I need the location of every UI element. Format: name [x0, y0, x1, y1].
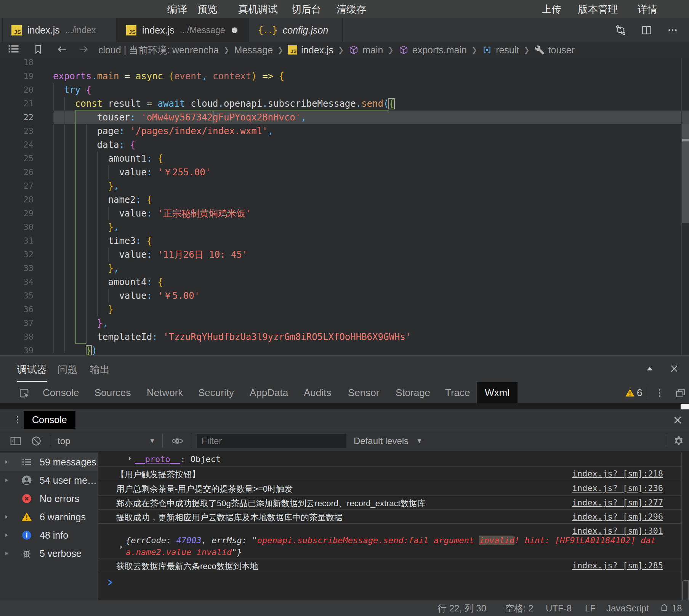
notification-count[interactable]: 18: [672, 600, 682, 616]
console-message-row[interactable]: index.js? [sm]:301{errCode: 47003, errMs…: [98, 524, 681, 558]
console-sidebar-toggle-icon[interactable]: [10, 435, 22, 448]
panel-collapse-icon[interactable]: [646, 364, 654, 374]
drawer-menu-icon[interactable]: [13, 414, 22, 427]
menu-item[interactable]: 真机调试: [238, 0, 278, 18]
expand-arrow-icon[interactable]: [0, 459, 13, 465]
panel-tab[interactable]: 输出: [90, 356, 110, 382]
expand-arrow-icon[interactable]: [0, 477, 13, 483]
cursor-position[interactable]: 行 22, 列 30: [437, 600, 486, 616]
line-number: 39: [0, 344, 34, 355]
drawer-close-icon[interactable]: [672, 415, 683, 427]
source-link[interactable]: index.js? [sm]:301: [572, 526, 663, 536]
menu-item[interactable]: 清缓存: [336, 0, 366, 18]
menu-item[interactable]: 版本管理: [578, 0, 618, 18]
code-editor[interactable]: 1819202122232425262728293031323334353637…: [0, 58, 689, 355]
breadcrumb-item[interactable]: main: [349, 45, 383, 56]
log-levels-select[interactable]: Default levels: [354, 430, 409, 452]
panel-tab[interactable]: 问题: [58, 356, 77, 382]
eye-icon[interactable]: [171, 436, 184, 448]
devtools-tab[interactable]: Sensor: [348, 382, 379, 403]
source-link[interactable]: index.js? [sm]:218: [572, 469, 663, 478]
expand-arrow-icon[interactable]: [0, 532, 13, 538]
devtools-tab[interactable]: Console: [43, 382, 79, 403]
editor-tab[interactable]: JSindex.js.../Message: [117, 18, 248, 42]
wxml-scroll-thumb[interactable]: [681, 404, 689, 409]
devtools-tab[interactable]: Network: [147, 382, 183, 403]
indentation[interactable]: 空格: 2: [505, 600, 534, 616]
menu-item[interactable]: 详情: [638, 0, 657, 18]
source-link[interactable]: index.js? [sm]:296: [572, 512, 663, 521]
bell-icon[interactable]: [659, 603, 669, 615]
editor-tab[interactable]: JSindex.js.../index: [2, 18, 116, 42]
levels-dropdown-arrow[interactable]: ▼: [416, 430, 423, 452]
devtools-tab[interactable]: Storage: [396, 382, 430, 403]
source-link[interactable]: index.js? [sm]:236: [572, 483, 663, 493]
source-link[interactable]: index.js? [sm]:277: [572, 498, 663, 507]
panel-close-icon[interactable]: [669, 364, 679, 375]
menu-item[interactable]: 切后台: [292, 0, 321, 18]
breadcrumb-item[interactable]: result: [482, 45, 519, 56]
menu-item[interactable]: 上传: [542, 0, 561, 18]
dock-side-icon[interactable]: [675, 387, 686, 400]
breadcrumb-item[interactable]: cloud | 当前环境: wenrencha: [98, 44, 219, 56]
compare-changes-icon[interactable]: [615, 24, 627, 36]
console-context-select[interactable]: top: [58, 430, 70, 452]
breadcrumb-item[interactable]: exports.main: [399, 45, 467, 56]
devtools-tab[interactable]: Wxml: [477, 382, 518, 403]
menu-item[interactable]: 预览: [197, 0, 217, 18]
warning-icon[interactable]: [625, 388, 635, 400]
devtools-tab[interactable]: AppData: [250, 382, 288, 403]
more-actions-icon[interactable]: [667, 24, 678, 36]
nav-back-icon[interactable]: [56, 43, 68, 56]
console-message-row[interactable]: 【用户触发提茶按钮】index.js? [sm]:218: [98, 467, 681, 481]
devtools-more-icon[interactable]: [654, 388, 665, 400]
console-scrollbar-thumb[interactable]: [682, 580, 689, 600]
eol[interactable]: LF: [585, 600, 596, 616]
expand-arrow-icon[interactable]: [0, 550, 13, 557]
console-sidebar-item[interactable]: 6 warnings: [0, 508, 98, 526]
breadcrumb-item[interactable]: touser: [535, 45, 575, 56]
devtools-tab[interactable]: Security: [198, 382, 234, 403]
console-message-row[interactable]: 用户总剩余茶量-用户提交的提茶数量>=0时触发index.js? [sm]:23…: [98, 481, 681, 496]
console-message-row[interactable]: 郑亦成在茶仓中成功提取了50g茶品已添加新数据到云record、record_e…: [98, 496, 681, 510]
console-sidebar-item[interactable]: 5 verbose: [0, 544, 98, 563]
context-dropdown-arrow[interactable]: ▼: [149, 430, 155, 452]
breadcrumb-item[interactable]: JSindex.js: [288, 45, 333, 56]
user-icon: [20, 475, 34, 486]
expand-arrow-icon[interactable]: [0, 514, 13, 520]
source-link[interactable]: index.js? [sm]:285: [572, 561, 663, 570]
console-message-row[interactable]: 提取成功，更新相应用户云数据库及本地数据库中的茶量数据index.js? [sm…: [98, 510, 681, 524]
console-filter-input[interactable]: Filter: [197, 434, 346, 448]
console-message-row[interactable]: 获取云数据库最新六条reco数据到本地index.js? [sm]:285: [98, 558, 681, 571]
console-message-row[interactable]: __proto__: Object: [98, 452, 681, 467]
dirty-indicator[interactable]: [232, 27, 237, 33]
console-sidebar-item[interactable]: 54 user me…: [0, 471, 98, 489]
breadcrumb-item[interactable]: Message: [234, 45, 273, 56]
encoding[interactable]: UTF-8: [546, 600, 572, 616]
console-input[interactable]: [98, 571, 681, 600]
editor-tab[interactable]: {..}config.json: [249, 18, 342, 42]
sidebar-item-label: No errors: [40, 493, 79, 504]
split-editor-icon[interactable]: [641, 24, 652, 36]
warning-count[interactable]: 6: [637, 382, 642, 403]
panel-tab[interactable]: 调试器: [17, 356, 47, 382]
inspect-element-icon[interactable]: [18, 387, 30, 401]
outline-list-icon[interactable]: [8, 43, 20, 57]
console-drawer-tab[interactable]: Console: [24, 411, 75, 429]
expand-arrow-icon[interactable]: [127, 456, 133, 463]
js-icon: JS: [288, 45, 297, 55]
console-settings-icon[interactable]: [673, 435, 684, 448]
menu-item[interactable]: 编译: [167, 0, 187, 18]
devtools-tab[interactable]: Audits: [304, 382, 331, 403]
code-line: exports.main = async (event, context) =>…: [53, 69, 284, 83]
console-sidebar-item[interactable]: 59 messages: [0, 453, 98, 471]
console-sidebar-item[interactable]: 48 info: [0, 526, 98, 544]
bookmark-icon[interactable]: [33, 44, 43, 56]
devtools-tab[interactable]: Trace: [445, 382, 470, 403]
console-sidebar-item[interactable]: No errors: [0, 489, 98, 508]
expand-arrow-icon[interactable]: [119, 544, 124, 552]
devtools-tab[interactable]: Sources: [95, 382, 131, 403]
nav-forward-icon[interactable]: [78, 43, 89, 56]
language-mode[interactable]: JavaScript: [606, 600, 649, 616]
clear-console-icon[interactable]: [30, 435, 42, 448]
